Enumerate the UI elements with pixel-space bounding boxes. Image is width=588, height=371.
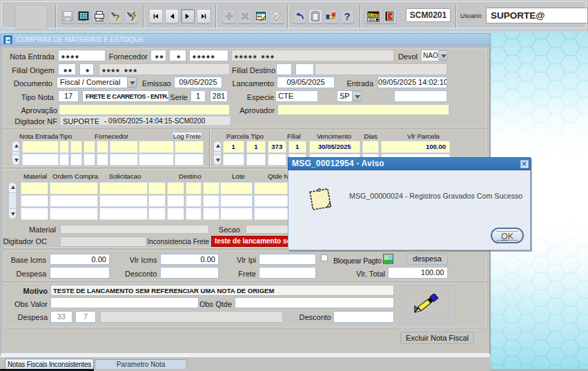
svg-text:?: ? bbox=[344, 10, 351, 22]
svg-text:?: ? bbox=[115, 13, 119, 23]
svg-text:Menu: Menu bbox=[368, 12, 379, 18]
